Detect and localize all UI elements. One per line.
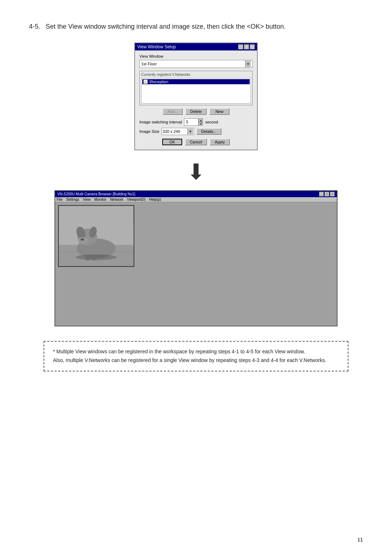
add-delete-new-row: Add... Delete New (139, 108, 253, 115)
imagesize-select[interactable]: 320 x 240 ▼ (162, 128, 194, 135)
menu-help[interactable]: Help(p) (149, 198, 161, 202)
step-instruction: Set the View window switching interval a… (46, 23, 286, 30)
minimize-button[interactable]: _ (238, 44, 243, 49)
new-button[interactable]: New (209, 108, 229, 115)
registered-label: Currently registerd V.Networks (141, 73, 251, 77)
maximize-button[interactable]: □ (244, 44, 249, 49)
interval-row: Image switching interval 5 ▲ ▼ second (139, 118, 253, 126)
menu-network[interactable]: Network (110, 198, 123, 202)
dialog-title: View Window Setup (137, 44, 176, 49)
browser-maximize-button[interactable]: □ (324, 192, 329, 196)
note-text: Multiple View windows can be registered … (53, 349, 326, 363)
spin-down-button[interactable]: ▼ (199, 122, 203, 126)
note-box: Multiple View windows can be registered … (44, 341, 348, 371)
ok-button[interactable]: OK (162, 139, 182, 145)
page-container: 4-5. Set the View window switching inter… (0, 0, 392, 393)
item-label: \Reception (149, 80, 168, 84)
page-number: 11 (357, 537, 363, 542)
add-button[interactable]: Add... (163, 108, 183, 115)
imagesize-row: Image Size 320 x 240 ▼ Details... (139, 128, 253, 135)
dialog-titlebar: View Window Setup _ □ × (135, 43, 257, 50)
imagesize-value: 320 x 240 (163, 129, 180, 134)
browser-titlebar: VN-S200U Multi Camera Browser [Building … (55, 191, 337, 197)
details-button[interactable]: Details... (196, 128, 221, 135)
view-window-label: View Window (139, 54, 253, 58)
imagesize-dropdown-arrow-icon[interactable]: ▼ (187, 129, 193, 134)
interval-unit: second (205, 120, 218, 124)
dropdown-arrow-icon[interactable]: ▼ (245, 61, 251, 67)
delete-button[interactable]: Delete (185, 108, 207, 115)
browser-titlebar-buttons: _ □ × (319, 192, 335, 196)
view-window-setup-dialog: View Window Setup _ □ × View Window 1st … (134, 42, 258, 150)
titlebar-buttons: _ □ × (238, 44, 255, 49)
menu-view[interactable]: View (83, 198, 91, 202)
camera-thumbnail (58, 205, 134, 267)
interval-input[interactable]: 5 (184, 118, 199, 126)
interval-label: Image switching interval (139, 120, 182, 124)
browser-minimize-button[interactable]: _ (319, 192, 324, 196)
cancel-button[interactable]: Cancel (185, 139, 207, 145)
imagesize-label: Image Size (139, 129, 159, 134)
menu-settings[interactable]: Settings (66, 198, 79, 202)
registered-list: ✓ \Reception (141, 78, 251, 103)
browser-window: VN-S200U Multi Camera Browser [Building … (54, 190, 338, 326)
interval-input-group: 5 ▲ ▼ (184, 118, 203, 126)
spin-buttons: ▲ ▼ (199, 118, 203, 126)
browser-title: VN-S200U Multi Camera Browser [Building … (57, 192, 135, 196)
step-number: 4-5. (29, 23, 40, 30)
menu-file[interactable]: File (57, 198, 62, 202)
down-arrow-icon: ⬇ (187, 161, 205, 183)
ok-cancel-row: OK Cancel Apply (139, 139, 253, 145)
close-button[interactable]: × (250, 44, 255, 49)
browser-menubar: File Settings View Monitor Network Viewp… (55, 197, 337, 202)
apply-button[interactable]: Apply (210, 139, 230, 145)
menu-viewport[interactable]: Viewport(0) (127, 198, 146, 202)
spin-up-button[interactable]: ▲ (199, 118, 203, 122)
item-checkbox[interactable]: ✓ (143, 80, 148, 84)
registered-item[interactable]: ✓ \Reception (142, 79, 250, 84)
dialog-wrapper: View Window Setup _ □ × View Window 1st … (29, 42, 363, 150)
view-window-value: 1st Floor (141, 62, 157, 66)
svg-point-10 (75, 255, 117, 260)
svg-point-6 (78, 237, 88, 244)
dialog-body: View Window 1st Floor ▼ Currently regist… (135, 50, 257, 150)
svg-point-7 (81, 239, 84, 241)
browser-content (55, 202, 337, 326)
dog-image-svg (59, 206, 134, 266)
browser-close-button[interactable]: × (330, 192, 335, 196)
menu-monitor[interactable]: Monitor (94, 198, 106, 202)
arrow-section: ⬇ (29, 161, 363, 183)
camera-image (59, 206, 134, 266)
view-window-select[interactable]: 1st Floor ▼ (139, 60, 253, 68)
step-text: 4-5. Set the View window switching inter… (29, 22, 363, 32)
registered-vnetworks-group: Currently registerd V.Networks ✓ \Recept… (139, 71, 253, 105)
